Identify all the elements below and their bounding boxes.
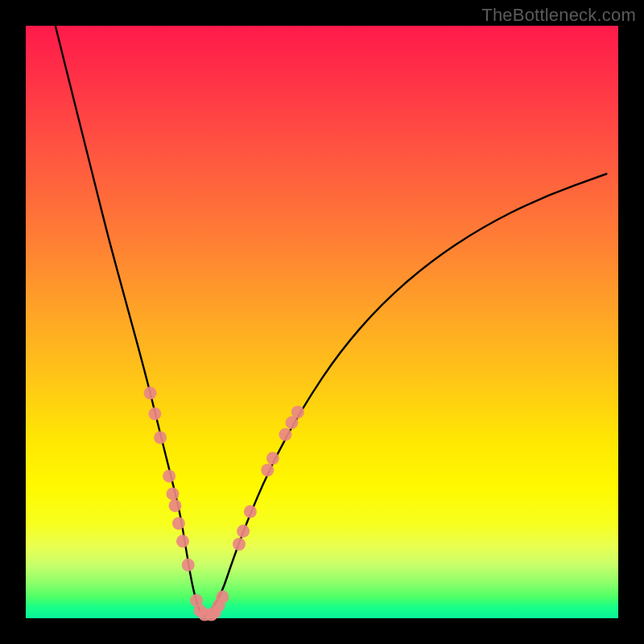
marker-dot	[154, 431, 167, 444]
marker-dot	[144, 386, 157, 399]
marker-dot	[172, 517, 185, 530]
marker-dot	[261, 464, 274, 477]
marker-dot	[169, 499, 182, 512]
marker-dot	[244, 506, 257, 518]
bottleneck-curve	[56, 26, 607, 617]
marker-dot	[182, 559, 195, 572]
chart-frame: TheBottleneck.com	[0, 0, 644, 644]
marker-dot	[176, 535, 189, 547]
plot-area	[26, 26, 618, 618]
watermark-text: TheBottleneck.com	[481, 5, 636, 26]
marker-dot	[291, 406, 304, 419]
marker-dot	[237, 525, 250, 538]
marker-dot	[167, 487, 180, 500]
marker-dot	[163, 469, 175, 482]
chart-svg	[26, 26, 618, 618]
marker-dot	[233, 538, 246, 551]
marker-dot	[266, 452, 279, 464]
marker-dot	[148, 407, 161, 420]
marker-dot	[216, 591, 229, 604]
marker-dot	[279, 428, 291, 441]
